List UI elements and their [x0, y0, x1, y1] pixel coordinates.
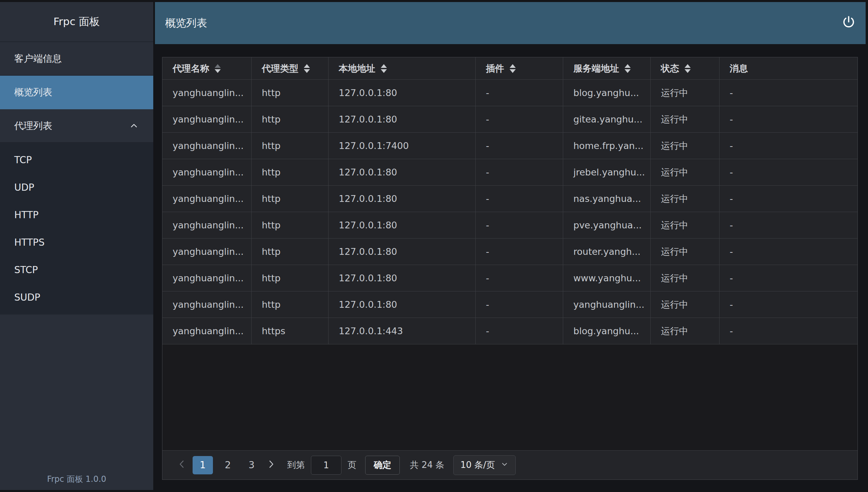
- sidebar-item-label: 客户端信息: [14, 52, 62, 65]
- table-cell: -: [476, 106, 563, 133]
- table-cell: 运行中: [651, 239, 719, 265]
- goto-page-input[interactable]: [311, 456, 341, 475]
- table-cell: 运行中: [651, 133, 719, 159]
- page-unit-label: 页: [348, 459, 356, 471]
- main-panel: 代理名称代理类型本地地址插件服务端地址状态消息 yanghuanglin...h…: [153, 44, 866, 490]
- total-count-label: 共 24 条: [410, 459, 445, 471]
- overview-table: 代理名称代理类型本地地址插件服务端地址状态消息 yanghuanglin...h…: [162, 57, 857, 344]
- page-size-value: 10 条/页: [460, 459, 495, 471]
- table-row: yanghuanglin...http127.0.0.1:80-nas.yang…: [162, 186, 857, 212]
- table-cell: blog.yanghu...: [563, 80, 651, 106]
- table-header-row: 代理名称代理类型本地地址插件服务端地址状态消息: [162, 57, 857, 80]
- table-cell: -: [476, 239, 563, 265]
- table-cell: 127.0.0.1:80: [329, 291, 476, 318]
- page-size-select[interactable]: 10 条/页: [453, 455, 516, 475]
- table-cell: 运行中: [651, 265, 719, 291]
- sidebar-subitem-sudp[interactable]: SUDP: [0, 284, 153, 311]
- table-cell: yanghuanglin...: [162, 265, 252, 291]
- table-cell: 运行中: [651, 159, 719, 186]
- table-cell: yanghuanglin...: [162, 291, 252, 318]
- table-cell: router.yangh...: [563, 239, 651, 265]
- sidebar-submenu: TCPUDPHTTPHTTPSSTCPSUDP: [0, 143, 153, 315]
- table-cell: -: [719, 239, 857, 265]
- table-cell: 127.0.0.1:80: [329, 159, 476, 186]
- pagination-bar: 123 到第 页 确定 共 24 条 10 条/页: [162, 450, 857, 479]
- table-cell: 运行中: [651, 318, 719, 344]
- app-title: Frpc 面板: [0, 2, 153, 42]
- table-cell: home.frp.yan...: [563, 133, 651, 159]
- table-cell: 127.0.0.1:7400: [329, 133, 476, 159]
- app-version: Frpc 面板 1.0.0: [0, 474, 153, 485]
- column-label: 状态: [661, 62, 679, 75]
- sort-icon[interactable]: [685, 64, 691, 73]
- table-cell: http: [252, 265, 329, 291]
- sidebar-subitem-udp[interactable]: UDP: [0, 174, 153, 201]
- table-cell: jrebel.yanghu...: [563, 159, 651, 186]
- sort-icon[interactable]: [215, 64, 221, 73]
- table-cell: http: [252, 291, 329, 318]
- table-cell: 127.0.0.1:80: [329, 265, 476, 291]
- column-label: 代理类型: [262, 62, 298, 75]
- table-cell: http: [252, 186, 329, 212]
- column-label: 本地地址: [339, 62, 375, 75]
- table-cell: http: [252, 212, 329, 239]
- table-row: yanghuanglin...https127.0.0.1:443-blog.y…: [162, 318, 857, 344]
- table-cell: yanghuanglin...: [162, 106, 252, 133]
- confirm-button[interactable]: 确定: [365, 456, 400, 475]
- sort-icon[interactable]: [304, 64, 310, 73]
- sidebar-subitem-tcp[interactable]: TCP: [0, 146, 153, 174]
- table-cell: http: [252, 80, 329, 106]
- page-button-2[interactable]: 2: [219, 456, 237, 474]
- column-header[interactable]: 代理名称: [162, 57, 252, 80]
- column-header[interactable]: 代理类型: [252, 57, 329, 80]
- sidebar-subitem-http[interactable]: HTTP: [0, 201, 153, 229]
- table-row: yanghuanglin...http127.0.0.1:80-blog.yan…: [162, 80, 857, 106]
- sidebar-item-proxy-list[interactable]: 代理列表: [0, 109, 153, 143]
- table-cell: -: [476, 159, 563, 186]
- column-label: 消息: [730, 62, 748, 75]
- next-page-button[interactable]: [263, 456, 278, 474]
- table-cell: 运行中: [651, 80, 719, 106]
- column-label: 插件: [486, 62, 504, 75]
- sidebar-item-overview[interactable]: 概览列表: [0, 76, 153, 109]
- column-header[interactable]: 状态: [651, 57, 719, 80]
- sort-icon[interactable]: [510, 64, 516, 73]
- chevron-right-icon: [266, 459, 276, 471]
- table-cell: 127.0.0.1:80: [329, 106, 476, 133]
- sort-icon[interactable]: [381, 64, 387, 73]
- table-cell: -: [476, 265, 563, 291]
- table-cell: https: [252, 318, 329, 344]
- sidebar-item-client-info[interactable]: 客户端信息: [0, 42, 153, 76]
- sort-icon[interactable]: [625, 64, 631, 73]
- table-cell: -: [719, 80, 857, 106]
- sidebar-subitem-https[interactable]: HTTPS: [0, 229, 153, 256]
- power-button[interactable]: [839, 14, 858, 33]
- table-cell: -: [476, 212, 563, 239]
- table-cell: yanghuanglin...: [162, 133, 252, 159]
- chevron-down-icon: [500, 460, 509, 470]
- column-header[interactable]: 服务端地址: [563, 57, 651, 80]
- table-row: yanghuanglin...http127.0.0.1:80-www.yang…: [162, 265, 857, 291]
- chevron-up-icon: [129, 121, 139, 131]
- sidebar-item-label: 概览列表: [14, 86, 52, 99]
- content-area: 概览列表 代理名称代理类型本地地址插件服务端地址状态消息 yanghuangli…: [153, 2, 866, 490]
- page-button-1[interactable]: 1: [193, 456, 213, 474]
- table-cell: yanghuanglin...: [162, 239, 252, 265]
- column-header[interactable]: 插件: [476, 57, 563, 80]
- table-cell: yanghuanglin...: [162, 186, 252, 212]
- prev-page-button[interactable]: [175, 456, 190, 474]
- table-row: yanghuanglin...http127.0.0.1:7400-home.f…: [162, 133, 857, 159]
- sidebar-subitem-stcp[interactable]: STCP: [0, 256, 153, 284]
- table-cell: yanghuanglin...: [162, 212, 252, 239]
- table-cell: -: [476, 80, 563, 106]
- page-button-3[interactable]: 3: [243, 456, 260, 474]
- table-cell: -: [476, 133, 563, 159]
- table-cell: -: [719, 106, 857, 133]
- table-cell: nas.yanghua...: [563, 186, 651, 212]
- table-cell: 运行中: [651, 291, 719, 318]
- table-cell: 运行中: [651, 212, 719, 239]
- table-card: 代理名称代理类型本地地址插件服务端地址状态消息 yanghuanglin...h…: [162, 57, 858, 480]
- sidebar: Frpc 面板 客户端信息 概览列表 代理列表 TCPUDPHTTPHTTPSS…: [0, 2, 153, 490]
- column-header[interactable]: 本地地址: [329, 57, 476, 80]
- table-cell: gitea.yanghu...: [563, 106, 651, 133]
